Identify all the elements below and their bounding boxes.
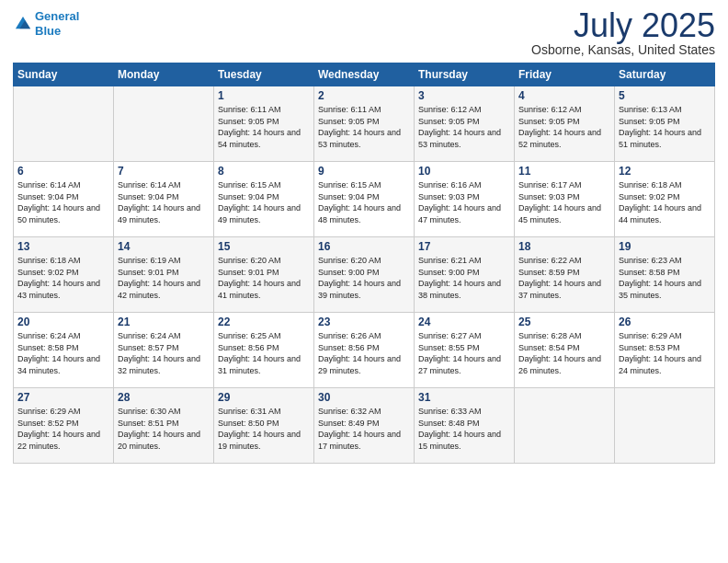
calendar-cell: 19Sunrise: 6:23 AMSunset: 8:58 PMDayligh…	[615, 237, 715, 313]
day-info: Sunrise: 6:32 AMSunset: 8:49 PMDaylight:…	[318, 406, 410, 452]
day-info: Sunrise: 6:18 AMSunset: 9:02 PMDaylight:…	[17, 255, 109, 301]
calendar-cell: 8Sunrise: 6:15 AMSunset: 9:04 PMDaylight…	[214, 162, 314, 237]
day-number: 7	[118, 165, 210, 178]
day-number: 22	[218, 316, 310, 328]
day-info: Sunrise: 6:21 AMSunset: 9:00 PMDaylight:…	[418, 255, 510, 301]
day-number: 9	[318, 165, 410, 178]
day-info: Sunrise: 6:17 AMSunset: 9:03 PMDaylight:…	[518, 179, 610, 225]
day-number: 31	[418, 391, 510, 404]
day-info: Sunrise: 6:11 AMSunset: 9:05 PMDaylight:…	[318, 104, 410, 150]
day-number: 14	[118, 240, 210, 253]
day-number: 28	[118, 391, 210, 404]
day-info: Sunrise: 6:24 AMSunset: 8:57 PMDaylight:…	[118, 330, 210, 376]
day-info: Sunrise: 6:30 AMSunset: 8:51 PMDaylight:…	[118, 406, 210, 452]
day-number: 13	[17, 240, 109, 253]
day-info: Sunrise: 6:24 AMSunset: 8:58 PMDaylight:…	[17, 330, 109, 376]
day-number: 26	[619, 316, 711, 328]
day-number: 21	[118, 316, 210, 328]
calendar-cell: 14Sunrise: 6:19 AMSunset: 9:01 PMDayligh…	[114, 237, 214, 313]
calendar-cell: 23Sunrise: 6:26 AMSunset: 8:56 PMDayligh…	[314, 313, 415, 388]
calendar-cell: 18Sunrise: 6:22 AMSunset: 8:59 PMDayligh…	[515, 237, 615, 313]
day-info: Sunrise: 6:25 AMSunset: 8:56 PMDaylight:…	[218, 330, 310, 376]
calendar-cell	[615, 388, 715, 464]
day-info: Sunrise: 6:12 AMSunset: 9:05 PMDaylight:…	[418, 104, 510, 150]
calendar-cell: 12Sunrise: 6:18 AMSunset: 9:02 PMDayligh…	[615, 162, 715, 237]
day-info: Sunrise: 6:29 AMSunset: 8:53 PMDaylight:…	[619, 330, 711, 376]
day-number: 8	[218, 165, 310, 178]
day-number: 27	[17, 391, 109, 404]
title-block: July 2025 Osborne, Kansas, United States	[531, 9, 715, 57]
day-number: 5	[619, 89, 711, 102]
calendar-cell: 4Sunrise: 6:12 AMSunset: 9:05 PMDaylight…	[515, 86, 615, 162]
day-number: 20	[17, 316, 109, 328]
calendar-cell: 5Sunrise: 6:13 AMSunset: 9:05 PMDaylight…	[615, 86, 715, 162]
calendar-table: SundayMondayTuesdayWednesdayThursdayFrid…	[13, 63, 715, 464]
day-info: Sunrise: 6:16 AMSunset: 9:03 PMDaylight:…	[418, 179, 510, 225]
weekday-header-sunday: Sunday	[14, 63, 114, 86]
calendar-cell: 22Sunrise: 6:25 AMSunset: 8:56 PMDayligh…	[214, 313, 314, 388]
day-info: Sunrise: 6:22 AMSunset: 8:59 PMDaylight:…	[518, 255, 610, 301]
day-info: Sunrise: 6:11 AMSunset: 9:05 PMDaylight:…	[218, 104, 310, 150]
day-number: 15	[218, 240, 310, 253]
day-info: Sunrise: 6:33 AMSunset: 8:48 PMDaylight:…	[418, 406, 510, 452]
weekday-header-monday: Monday	[114, 63, 214, 86]
day-number: 3	[418, 89, 510, 102]
calendar-cell: 15Sunrise: 6:20 AMSunset: 9:01 PMDayligh…	[214, 237, 314, 313]
calendar-cell: 30Sunrise: 6:32 AMSunset: 8:49 PMDayligh…	[314, 388, 415, 464]
day-info: Sunrise: 6:15 AMSunset: 9:04 PMDaylight:…	[318, 179, 410, 225]
weekday-header-wednesday: Wednesday	[314, 63, 415, 86]
weekday-header-saturday: Saturday	[615, 63, 715, 86]
day-number: 4	[518, 89, 610, 102]
calendar-week-4: 20Sunrise: 6:24 AMSunset: 8:58 PMDayligh…	[14, 313, 715, 388]
day-number: 16	[318, 240, 410, 253]
calendar-cell: 1Sunrise: 6:11 AMSunset: 9:05 PMDaylight…	[214, 86, 314, 162]
day-number: 24	[418, 316, 510, 328]
day-info: Sunrise: 6:23 AMSunset: 8:58 PMDaylight:…	[619, 255, 711, 301]
header: General Blue July 2025 Osborne, Kansas, …	[13, 9, 715, 57]
calendar-cell: 25Sunrise: 6:28 AMSunset: 8:54 PMDayligh…	[515, 313, 615, 388]
day-info: Sunrise: 6:27 AMSunset: 8:55 PMDaylight:…	[418, 330, 510, 376]
calendar-cell: 16Sunrise: 6:20 AMSunset: 9:00 PMDayligh…	[314, 237, 415, 313]
day-info: Sunrise: 6:20 AMSunset: 9:00 PMDaylight:…	[318, 255, 410, 301]
page-container: General Blue July 2025 Osborne, Kansas, …	[0, 0, 728, 469]
day-number: 18	[518, 240, 610, 253]
calendar-cell: 6Sunrise: 6:14 AMSunset: 9:04 PMDaylight…	[14, 162, 114, 237]
calendar-cell: 24Sunrise: 6:27 AMSunset: 8:55 PMDayligh…	[415, 313, 515, 388]
calendar-cell: 10Sunrise: 6:16 AMSunset: 9:03 PMDayligh…	[415, 162, 515, 237]
calendar-cell: 13Sunrise: 6:18 AMSunset: 9:02 PMDayligh…	[14, 237, 114, 313]
day-number: 2	[318, 89, 410, 102]
day-number: 30	[318, 391, 410, 404]
calendar-cell: 2Sunrise: 6:11 AMSunset: 9:05 PMDaylight…	[314, 86, 415, 162]
calendar-week-2: 6Sunrise: 6:14 AMSunset: 9:04 PMDaylight…	[14, 162, 715, 237]
day-info: Sunrise: 6:19 AMSunset: 9:01 PMDaylight:…	[118, 255, 210, 301]
logo-icon	[13, 14, 33, 34]
location-subtitle: Osborne, Kansas, United States	[531, 42, 715, 57]
day-info: Sunrise: 6:29 AMSunset: 8:52 PMDaylight:…	[17, 406, 109, 452]
calendar-cell: 31Sunrise: 6:33 AMSunset: 8:48 PMDayligh…	[415, 388, 515, 464]
logo-text: General Blue	[35, 9, 79, 38]
calendar-cell: 17Sunrise: 6:21 AMSunset: 9:00 PMDayligh…	[415, 237, 515, 313]
day-info: Sunrise: 6:28 AMSunset: 8:54 PMDaylight:…	[518, 330, 610, 376]
calendar-cell	[14, 86, 114, 162]
day-number: 10	[418, 165, 510, 178]
day-number: 6	[17, 165, 109, 178]
calendar-cell: 21Sunrise: 6:24 AMSunset: 8:57 PMDayligh…	[114, 313, 214, 388]
day-info: Sunrise: 6:31 AMSunset: 8:50 PMDaylight:…	[218, 406, 310, 452]
calendar-cell: 20Sunrise: 6:24 AMSunset: 8:58 PMDayligh…	[14, 313, 114, 388]
day-info: Sunrise: 6:20 AMSunset: 9:01 PMDaylight:…	[218, 255, 310, 301]
calendar-cell: 26Sunrise: 6:29 AMSunset: 8:53 PMDayligh…	[615, 313, 715, 388]
calendar-week-1: 1Sunrise: 6:11 AMSunset: 9:05 PMDaylight…	[14, 86, 715, 162]
weekday-header-row: SundayMondayTuesdayWednesdayThursdayFrid…	[14, 63, 715, 86]
weekday-header-tuesday: Tuesday	[214, 63, 314, 86]
day-info: Sunrise: 6:13 AMSunset: 9:05 PMDaylight:…	[619, 104, 711, 150]
calendar-cell: 27Sunrise: 6:29 AMSunset: 8:52 PMDayligh…	[14, 388, 114, 464]
day-info: Sunrise: 6:14 AMSunset: 9:04 PMDaylight:…	[17, 179, 109, 225]
day-info: Sunrise: 6:26 AMSunset: 8:56 PMDaylight:…	[318, 330, 410, 376]
calendar-week-5: 27Sunrise: 6:29 AMSunset: 8:52 PMDayligh…	[14, 388, 715, 464]
day-number: 11	[518, 165, 610, 178]
day-number: 19	[619, 240, 711, 253]
month-title: July 2025	[531, 9, 715, 42]
weekday-header-friday: Friday	[515, 63, 615, 86]
day-number: 29	[218, 391, 310, 404]
logo: General Blue	[13, 9, 79, 38]
